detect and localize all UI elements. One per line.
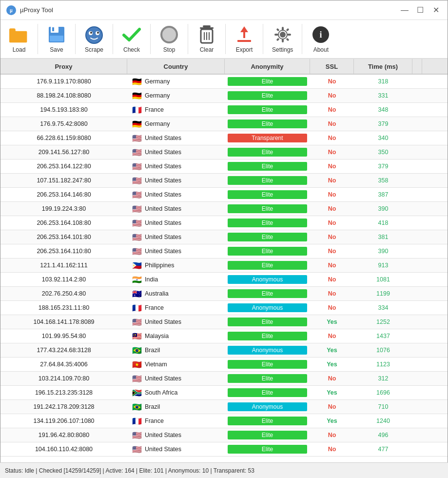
table-row[interactable]: 103.214.109.70:80🇺🇸United StatesEliteNo3… xyxy=(0,372,448,386)
country-cell: 🇺🇸United States xyxy=(127,431,225,440)
anonymity-badge: Elite xyxy=(228,289,307,298)
table-row[interactable]: 107.151.182.247:80🇺🇸United StatesEliteNo… xyxy=(0,174,448,188)
country-cell: 🇩🇪Germany xyxy=(127,91,225,100)
table-row[interactable]: 206.253.164.101:80🇺🇸United StatesEliteNo… xyxy=(0,230,448,244)
time-cell: 379 xyxy=(354,120,412,127)
export-icon xyxy=(234,25,254,44)
table-row[interactable]: 206.253.164.108:80🇺🇸United StatesEliteNo… xyxy=(0,216,448,230)
anonymity-badge: Anonymous xyxy=(228,275,307,284)
country-name: United States xyxy=(145,446,181,453)
settings-button[interactable]: Settings xyxy=(265,20,300,58)
table-row[interactable]: 177.43.224.68:3128🇧🇷BrazilAnonymousYes10… xyxy=(0,343,448,358)
check-icon xyxy=(122,25,141,44)
anonymity-cell: Anonymous xyxy=(225,275,310,284)
ssl-cell: No xyxy=(310,432,354,438)
stop-button[interactable]: Stop xyxy=(153,20,186,58)
ssl-cell: No xyxy=(310,219,354,226)
anonymity-badge: Elite xyxy=(228,204,307,213)
table-row[interactable]: 104.168.141.178:8089🇺🇸United StatesElite… xyxy=(0,315,448,329)
export-button[interactable]: Export xyxy=(228,20,261,58)
sep7 xyxy=(263,24,263,54)
country-cell: 🇩🇪Germany xyxy=(127,120,225,129)
table-row[interactable]: 199.19.224.3:80🇺🇸United StatesEliteNo390 xyxy=(0,202,448,216)
stop-icon xyxy=(159,25,179,44)
table-row[interactable]: 103.92.114.2:80🇮🇳IndiaAnonymousNo1081 xyxy=(0,273,448,287)
table-row[interactable]: 121.1.41.162:111🇵🇭PhilippinesEliteNo913 xyxy=(0,259,448,273)
table-header: Proxy Country Anonymity SSL Time (ms) xyxy=(0,59,448,75)
anonymity-badge: Elite xyxy=(228,417,307,425)
country-name: United States xyxy=(145,177,181,184)
ssl-cell: No xyxy=(310,333,354,339)
scrape-label: Scrape xyxy=(85,46,103,53)
col-country: Country xyxy=(127,59,225,74)
scrape-button[interactable]: Scrape xyxy=(78,20,111,58)
svg-point-23 xyxy=(280,32,286,38)
table-row[interactable]: 134.119.206.107:1080🇫🇷FranceEliteYes1240 xyxy=(0,414,448,428)
proxy-cell: 176.9.75.42:8080 xyxy=(0,120,127,127)
time-cell: 1252 xyxy=(354,319,412,325)
maximize-button[interactable]: ☐ xyxy=(414,4,426,16)
table-row[interactable]: 104.160.110.42:8080🇺🇸United StatesEliteN… xyxy=(0,442,448,457)
svg-point-9 xyxy=(86,27,102,43)
country-cell: 🇫🇷France xyxy=(127,417,225,426)
ssl-cell: No xyxy=(310,135,354,141)
country-name: Germany xyxy=(145,120,170,127)
table-row[interactable]: 196.15.213.235:3128🇿🇦South AfricaEliteYe… xyxy=(0,386,448,400)
about-button[interactable]: i About xyxy=(304,20,337,58)
proxy-cell: 121.1.41.162:111 xyxy=(0,262,127,269)
table-row[interactable]: 101.99.95.54:80🇲🇾MalaysiaEliteNo1437 xyxy=(0,329,448,343)
sep4 xyxy=(150,24,151,54)
table-row[interactable]: 27.64.84.35:4006🇻🇳VietnamEliteYes1123 xyxy=(0,358,448,372)
country-name: United States xyxy=(145,432,181,438)
ssl-cell: No xyxy=(310,120,354,127)
table-row[interactable]: 191.242.178.209:3128🇧🇷BrazilAnonymousNo7… xyxy=(0,400,448,414)
flag-icon: 🇧🇷 xyxy=(132,402,142,412)
clear-button[interactable]: Clear xyxy=(190,20,223,58)
save-button[interactable]: Save xyxy=(40,20,73,58)
proxy-cell: 88.198.24.108:8080 xyxy=(0,92,127,99)
table-row[interactable]: 176.9.119.170:8080🇩🇪GermanyEliteNo318 xyxy=(0,75,448,89)
proxy-cell: 134.119.206.107:1080 xyxy=(0,418,127,424)
anonymity-cell: Elite xyxy=(225,190,310,199)
anonymity-cell: Elite xyxy=(225,445,310,454)
anonymity-cell: Elite xyxy=(225,289,310,298)
anonymity-badge: Elite xyxy=(228,91,307,100)
table-row[interactable]: 206.253.164.146:80🇺🇸United StatesEliteNo… xyxy=(0,188,448,202)
anonymity-badge: Elite xyxy=(228,77,307,86)
table-row[interactable]: 66.228.61.159:8080🇺🇸United StatesTranspa… xyxy=(0,131,448,145)
flag-icon: 🇺🇸 xyxy=(132,233,142,242)
table-row[interactable]: 206.253.164.122:80🇺🇸United StatesEliteNo… xyxy=(0,159,448,174)
sep2 xyxy=(75,24,76,54)
anonymity-cell: Elite xyxy=(225,318,310,326)
table-row[interactable]: 188.165.231.11:80🇫🇷FranceAnonymousNo334 xyxy=(0,301,448,315)
time-cell: 390 xyxy=(354,248,412,255)
country-name: Malaysia xyxy=(145,333,169,339)
check-button[interactable]: Check xyxy=(115,20,148,58)
table-row[interactable]: 202.76.250.4:80🇦🇺AustraliaEliteNo1199 xyxy=(0,287,448,301)
time-cell: 348 xyxy=(354,106,412,113)
table-row[interactable]: 206.253.164.110:80🇺🇸United StatesEliteNo… xyxy=(0,244,448,259)
time-cell: 312 xyxy=(354,375,412,382)
table-row[interactable]: 209.141.56.127:80🇺🇸United StatesEliteNo3… xyxy=(0,145,448,159)
table-row[interactable]: 176.9.75.42:8080🇩🇪GermanyEliteNo379 xyxy=(0,117,448,131)
proxy-cell: 206.253.164.110:80 xyxy=(0,248,127,255)
time-cell: 1081 xyxy=(354,276,412,283)
table-row[interactable]: 88.198.24.108:8080🇩🇪GermanyEliteNo331 xyxy=(0,89,448,103)
time-cell: 477 xyxy=(354,446,412,453)
time-cell: 387 xyxy=(354,191,412,198)
time-cell: 1123 xyxy=(354,361,412,368)
minimize-button[interactable]: — xyxy=(399,4,410,16)
country-name: United States xyxy=(145,149,181,156)
country-name: Vietnam xyxy=(145,361,167,368)
country-cell: 🇺🇸United States xyxy=(127,219,225,228)
table-row[interactable]: 191.96.42.80:8080🇺🇸United StatesEliteNo4… xyxy=(0,428,448,442)
country-cell: 🇺🇸United States xyxy=(127,247,225,256)
close-button[interactable]: ✕ xyxy=(430,4,442,16)
svg-rect-31 xyxy=(286,28,289,31)
table-row[interactable]: 194.5.193.183:80🇫🇷FranceEliteNo348 xyxy=(0,103,448,117)
country-cell: 🇻🇳Vietnam xyxy=(127,360,225,369)
anonymity-badge: Elite xyxy=(228,176,307,185)
country-cell: 🇲🇾Malaysia xyxy=(127,332,225,341)
load-button[interactable]: Load xyxy=(2,20,36,58)
table-body[interactable]: 176.9.119.170:8080🇩🇪GermanyEliteNo31888.… xyxy=(0,75,448,463)
